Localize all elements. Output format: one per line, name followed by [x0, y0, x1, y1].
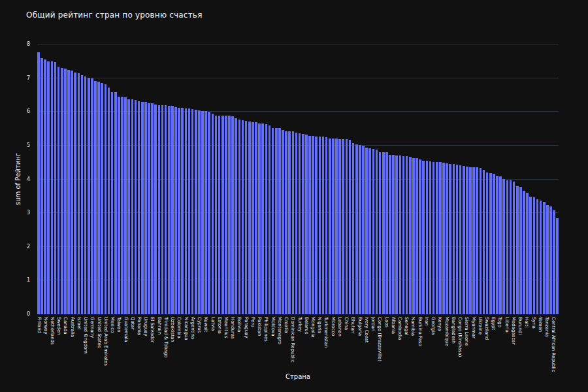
bar — [288, 131, 291, 314]
bar — [201, 111, 204, 314]
x-tick-label: Bulgaria — [357, 317, 363, 336]
bar — [185, 108, 188, 314]
bar — [359, 145, 361, 314]
y-tick-label: 5 — [27, 143, 30, 148]
bar — [295, 133, 298, 314]
bar — [131, 99, 134, 314]
bar — [228, 116, 231, 314]
bar — [88, 78, 90, 314]
plot-area — [37, 44, 559, 314]
bar — [212, 114, 214, 314]
bar — [480, 168, 482, 314]
bar — [385, 152, 388, 314]
x-tick-label: China — [344, 317, 349, 330]
bar — [225, 116, 227, 314]
bar — [108, 88, 110, 314]
bar — [523, 191, 525, 314]
x-tick-label: Jordan — [370, 317, 376, 331]
bar — [285, 131, 287, 314]
bar — [499, 176, 502, 314]
x-tick-label: Iran — [424, 317, 429, 326]
bar — [258, 123, 261, 314]
bar — [181, 108, 184, 314]
bar — [269, 125, 271, 314]
bar — [97, 82, 100, 314]
bar — [275, 128, 278, 314]
bar — [486, 172, 489, 314]
bar — [252, 122, 254, 314]
bar — [141, 102, 144, 314]
x-tick-label: Latvia — [210, 317, 216, 331]
bar — [355, 144, 358, 314]
x-tick-label: Finland — [37, 317, 42, 333]
x-tick-label: Togo — [497, 317, 502, 327]
bar — [456, 165, 459, 314]
x-tick-label: Liberia — [504, 317, 510, 333]
y-tick-label: 1 — [27, 278, 30, 283]
bar — [44, 59, 46, 314]
bar — [412, 158, 415, 314]
bar — [148, 103, 150, 314]
bar — [188, 108, 191, 314]
bar — [215, 116, 218, 314]
bar — [516, 186, 519, 314]
bar — [546, 205, 549, 314]
bar — [204, 111, 207, 314]
x-tick-label: Dominican Republic — [290, 317, 295, 363]
bar — [513, 182, 515, 314]
x-tick-label: Egypt — [491, 317, 496, 330]
bar — [368, 148, 371, 314]
bar — [54, 62, 57, 314]
bar — [416, 158, 418, 314]
x-tick-label: Myanmar — [471, 317, 476, 338]
bar — [111, 92, 114, 314]
bar — [221, 116, 224, 314]
bar — [389, 155, 391, 314]
bar — [442, 163, 445, 314]
bar — [37, 52, 40, 314]
x-tick-label: Syria — [531, 317, 536, 329]
x-tick-label: Argentina — [190, 317, 195, 339]
x-tick-label: Tanzania — [544, 317, 549, 336]
bar — [272, 128, 274, 314]
x-tick-label: Namibia — [410, 317, 416, 336]
bar — [278, 128, 281, 314]
y-tick-label: 2 — [27, 244, 30, 250]
bar — [526, 193, 529, 314]
bar — [322, 137, 325, 314]
bar — [101, 83, 103, 314]
bar — [261, 123, 264, 314]
x-tick-label: Georgia — [431, 317, 436, 335]
bar — [362, 146, 365, 314]
bar — [382, 152, 385, 314]
bar — [519, 187, 522, 314]
x-tick-label: Norway — [43, 317, 48, 335]
bar — [168, 106, 171, 314]
bar — [218, 116, 221, 314]
bar — [245, 121, 248, 314]
x-tick-label: Honduras — [230, 317, 235, 339]
bar — [510, 180, 512, 314]
x-tick-label: Madagascar — [511, 317, 516, 344]
x-tick-label: Mauritius — [223, 317, 229, 338]
x-tick-label: Sierra Leone — [464, 317, 469, 346]
x-tick-label: Belarus — [304, 317, 309, 334]
bar — [158, 105, 161, 314]
bar — [463, 166, 465, 314]
bar — [195, 110, 197, 314]
bar — [402, 156, 405, 314]
bar — [529, 197, 532, 314]
x-tick-label: Estonia — [217, 317, 222, 334]
bar — [365, 148, 368, 314]
x-tick-label: Congo (Brazzaville) — [377, 317, 382, 361]
bar — [325, 137, 328, 314]
bar — [121, 97, 123, 314]
bar — [335, 139, 338, 314]
bar — [231, 116, 234, 314]
bar — [502, 179, 505, 314]
bar — [124, 97, 127, 314]
bar — [439, 162, 442, 314]
bar — [299, 133, 301, 314]
bar — [352, 143, 355, 314]
bar — [305, 135, 308, 314]
